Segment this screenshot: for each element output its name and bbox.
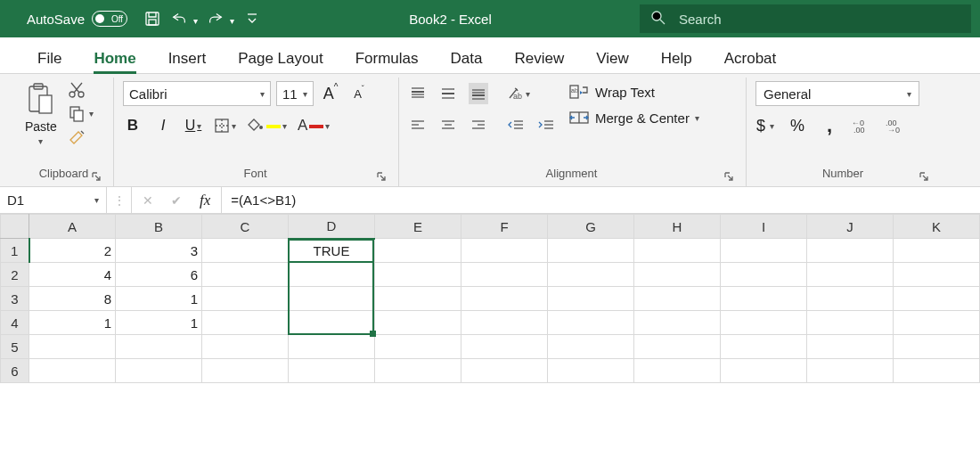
row-header-1[interactable]: 1 <box>1 239 29 263</box>
bold-button[interactable]: B <box>123 115 143 136</box>
tab-formulas[interactable]: Formulas <box>339 43 435 73</box>
cell-J2[interactable] <box>807 263 894 287</box>
row-header-4[interactable]: 4 <box>1 311 29 335</box>
cell-H4[interactable] <box>634 311 721 335</box>
col-header-D[interactable]: D <box>289 215 375 239</box>
col-header-A[interactable]: A <box>29 215 116 239</box>
dialog-launcher-icon[interactable] <box>723 171 735 184</box>
percent-button[interactable]: % <box>788 115 807 136</box>
increase-decimal-button[interactable]: ←0.00 <box>852 115 873 136</box>
row-header-6[interactable]: 6 <box>1 359 29 383</box>
cell-A2[interactable]: 4 <box>29 263 116 287</box>
cell-B4[interactable]: 1 <box>116 311 202 335</box>
align-center-button[interactable] <box>438 115 458 136</box>
cell-C4[interactable] <box>202 311 289 335</box>
chevron-down-icon[interactable]: ▾ <box>230 16 234 26</box>
increase-font-size-button[interactable]: A^ <box>319 82 342 105</box>
cell-H2[interactable] <box>634 263 721 287</box>
tab-review[interactable]: Review <box>498 43 580 73</box>
cell-A3[interactable]: 8 <box>29 287 116 311</box>
cell-G1[interactable] <box>548 239 634 263</box>
col-header-G[interactable]: G <box>548 215 634 239</box>
cell-C1[interactable] <box>202 239 289 263</box>
cell-A1[interactable]: 2 <box>29 239 116 263</box>
cell-D4[interactable] <box>289 311 375 335</box>
cell-F5[interactable] <box>461 335 548 359</box>
save-icon[interactable] <box>143 10 161 28</box>
copy-button[interactable]: ▾ <box>68 104 94 122</box>
cell-K1[interactable] <box>894 239 980 263</box>
col-header-I[interactable]: I <box>721 215 807 239</box>
cell-K6[interactable] <box>894 359 980 383</box>
cell-F3[interactable] <box>461 287 548 311</box>
row-header-5[interactable]: 5 <box>1 335 29 359</box>
fx-icon[interactable]: fx <box>200 192 210 209</box>
cell-J4[interactable] <box>807 311 894 335</box>
cell-B5[interactable] <box>116 335 202 359</box>
dialog-launcher-icon[interactable] <box>375 171 388 184</box>
col-header-C[interactable]: C <box>202 215 289 239</box>
align-middle-button[interactable] <box>438 83 458 104</box>
cell-H3[interactable] <box>634 287 721 311</box>
cancel-icon[interactable]: ✕ <box>143 193 153 208</box>
decrease-decimal-button[interactable]: .00→0 <box>886 115 907 136</box>
cell-E1[interactable] <box>375 239 461 263</box>
merge-center-button[interactable]: Merge & Center ▾ <box>568 110 699 126</box>
comma-button[interactable]: , <box>820 115 839 136</box>
decrease-indent-button[interactable] <box>506 115 526 136</box>
cell-J1[interactable] <box>807 239 894 263</box>
cell-I4[interactable] <box>721 311 807 335</box>
fill-color-button[interactable]: ▾ <box>247 115 287 136</box>
format-painter-button[interactable] <box>68 127 94 145</box>
cell-D2[interactable] <box>289 263 375 287</box>
cell-J3[interactable] <box>807 287 894 311</box>
row-header-3[interactable]: 3 <box>1 287 29 311</box>
cell-I1[interactable] <box>721 239 807 263</box>
tab-file[interactable]: File <box>21 43 78 73</box>
customize-qat-icon[interactable] <box>243 10 261 28</box>
cell-J5[interactable] <box>807 335 894 359</box>
cell-B6[interactable] <box>116 359 202 383</box>
cell-F1[interactable] <box>461 239 548 263</box>
align-left-button[interactable] <box>408 115 428 136</box>
tab-page-layout[interactable]: Page Layout <box>222 43 339 73</box>
italic-button[interactable]: I <box>153 115 173 136</box>
cell-K4[interactable] <box>894 311 980 335</box>
cell-K3[interactable] <box>894 287 980 311</box>
cell-D5[interactable] <box>289 335 375 359</box>
col-header-J[interactable]: J <box>807 215 894 239</box>
cell-C3[interactable] <box>202 287 289 311</box>
align-top-button[interactable] <box>408 83 428 104</box>
cell-I2[interactable] <box>721 263 807 287</box>
cell-E2[interactable] <box>375 263 461 287</box>
paste-button[interactable]: Paste ▾ <box>25 81 57 146</box>
search-input[interactable] <box>677 11 960 28</box>
name-box[interactable]: D1▾ <box>0 187 107 213</box>
name-box-options[interactable]: ⋮ <box>107 187 132 213</box>
font-name-select[interactable]: Calibri▾ <box>123 81 271 106</box>
cell-G2[interactable] <box>548 263 634 287</box>
formula-input[interactable]: =(A1<>B1) <box>222 187 980 213</box>
cell-A4[interactable]: 1 <box>29 311 116 335</box>
cell-I3[interactable] <box>721 287 807 311</box>
tab-home[interactable]: Home <box>78 43 151 73</box>
select-all-corner[interactable] <box>1 215 29 239</box>
cell-E4[interactable] <box>375 311 461 335</box>
col-header-F[interactable]: F <box>461 215 548 239</box>
cell-G5[interactable] <box>548 335 634 359</box>
cell-F6[interactable] <box>461 359 548 383</box>
col-header-E[interactable]: E <box>375 215 461 239</box>
number-format-select[interactable]: General▾ <box>755 81 919 106</box>
wrap-text-button[interactable]: ab Wrap Text <box>568 83 699 101</box>
cell-F4[interactable] <box>461 311 548 335</box>
tab-data[interactable]: Data <box>435 43 499 73</box>
tab-insert[interactable]: Insert <box>152 43 223 73</box>
cell-C5[interactable] <box>202 335 289 359</box>
undo-icon[interactable] <box>170 10 188 28</box>
orientation-button[interactable]: ab▾ <box>506 83 530 104</box>
worksheet-grid[interactable]: A B C D E F G H I J K 1 2 3 TRUE 2 4 6 3… <box>0 214 980 383</box>
row-header-2[interactable]: 2 <box>1 263 29 287</box>
font-color-button[interactable]: A▾ <box>298 115 330 136</box>
col-header-K[interactable]: K <box>894 215 980 239</box>
search-box[interactable] <box>640 4 971 33</box>
